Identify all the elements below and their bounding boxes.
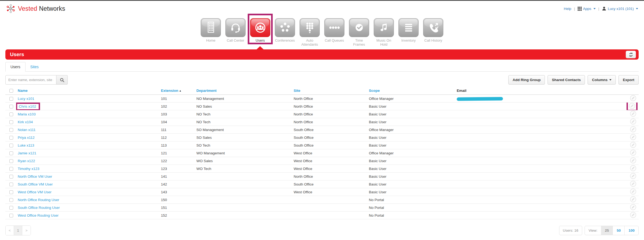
column-header-department[interactable]: Department: [195, 87, 292, 95]
extension-cell: 121: [159, 149, 195, 157]
redacted-email: [457, 97, 503, 101]
user-link[interactable]: Maria x103: [18, 112, 36, 116]
pager-next-button[interactable]: >: [22, 226, 31, 235]
pencil-icon: [630, 137, 636, 141]
edit-user-button[interactable]: [630, 212, 636, 218]
email-cell: [455, 196, 616, 204]
nav-call-history-button[interactable]: [423, 18, 443, 37]
edit-user-button[interactable]: [630, 196, 636, 202]
row-checkbox[interactable]: [9, 112, 13, 116]
edit-user-button[interactable]: [630, 150, 636, 156]
pencil-icon: [630, 199, 636, 203]
user-link[interactable]: North Office Routing User: [18, 198, 59, 202]
view-option-50[interactable]: 50: [613, 226, 624, 235]
row-checkbox[interactable]: [9, 167, 13, 171]
user-link[interactable]: Luke x113: [18, 143, 34, 147]
edit-user-button[interactable]: [630, 118, 636, 125]
user-link[interactable]: Jamie x121: [18, 151, 36, 155]
user-link[interactable]: South Office Routing User: [18, 206, 60, 210]
row-checkbox[interactable]: [9, 190, 13, 194]
music-on-hold-icon: [377, 21, 391, 35]
edit-user-button[interactable]: [630, 165, 636, 171]
column-header-name[interactable]: Name: [16, 87, 159, 95]
inventory-icon: [402, 21, 416, 35]
view-option-25[interactable]: 25: [601, 226, 613, 235]
row-checkbox[interactable]: [9, 214, 13, 217]
user-link[interactable]: Timothy x123: [18, 167, 39, 171]
nav-home-button[interactable]: [201, 18, 221, 37]
row-checkbox[interactable]: [9, 105, 13, 108]
tab-users[interactable]: Users: [5, 62, 26, 72]
nav-music-on-hold-button[interactable]: [374, 18, 394, 37]
edit-user-button[interactable]: [630, 95, 636, 101]
user-link[interactable]: Priya x112: [18, 136, 35, 140]
apps-menu[interactable]: Apps: [578, 7, 596, 11]
nav-time-frames-button[interactable]: [349, 18, 369, 37]
add-ring-group-button[interactable]: Add Ring Group: [508, 75, 545, 85]
nav-item-inventory: Inventory: [398, 18, 419, 43]
edit-user-button[interactable]: [630, 157, 636, 163]
scope-cell: Basic User: [367, 134, 455, 141]
user-link[interactable]: South Office VM User: [18, 182, 53, 186]
user-link[interactable]: Lucy x101: [18, 97, 34, 101]
edit-user-button[interactable]: [630, 134, 636, 140]
edit-user-button[interactable]: [630, 188, 636, 195]
search-button[interactable]: [56, 75, 68, 85]
nav-users-button[interactable]: [250, 18, 270, 37]
nav-auto-attendants-button[interactable]: [300, 18, 320, 37]
row-checkbox[interactable]: [9, 97, 13, 101]
site-cell: North Office: [292, 95, 367, 103]
row-checkbox[interactable]: [9, 136, 13, 140]
search-input[interactable]: [5, 75, 56, 85]
pager-prev-button[interactable]: <: [6, 226, 14, 235]
department-cell: [195, 188, 292, 196]
shared-contacts-button[interactable]: Shared Contacts: [548, 75, 585, 85]
refresh-button[interactable]: [626, 51, 636, 58]
row-checkbox[interactable]: [9, 120, 13, 124]
user-menu[interactable]: Lucy x101 (101): [602, 6, 638, 11]
edit-user-button[interactable]: [630, 204, 636, 210]
columns-button[interactable]: Columns: [588, 75, 616, 85]
email-cell: [455, 173, 616, 180]
row-checkbox[interactable]: [9, 144, 13, 147]
edit-user-button[interactable]: [630, 142, 636, 148]
nav-call-center-button[interactable]: [225, 18, 246, 37]
row-checkbox[interactable]: [9, 151, 13, 155]
user-link[interactable]: Kirk x104: [18, 120, 33, 124]
edit-user-button[interactable]: [630, 173, 636, 179]
nav-inventory-button[interactable]: [398, 18, 419, 37]
column-header-scope[interactable]: Scope: [367, 87, 455, 95]
row-checkbox[interactable]: [9, 159, 13, 163]
topbar: Vested Networks Help | Apps | Lucy x101 …: [0, 1, 644, 14]
tab-sites[interactable]: Sites: [26, 62, 44, 71]
edit-user-button[interactable]: [630, 126, 636, 132]
column-header-site[interactable]: Site: [292, 87, 367, 95]
select-all-checkbox[interactable]: [9, 89, 13, 93]
export-button[interactable]: Export: [618, 75, 639, 85]
site-cell: West Office: [292, 165, 367, 173]
user-link[interactable]: Chris x102: [19, 104, 36, 108]
edit-user-button[interactable]: [630, 111, 636, 117]
edit-user-button[interactable]: [630, 181, 636, 187]
view-option-100[interactable]: 100: [624, 226, 638, 235]
user-link[interactable]: North Office VM User: [18, 174, 52, 179]
row-checkbox[interactable]: [9, 128, 13, 132]
row-checkbox[interactable]: [9, 175, 13, 179]
email-cell: [455, 212, 616, 219]
pager-page-1[interactable]: 1: [14, 226, 22, 235]
chevron-down-icon: [636, 8, 638, 9]
row-checkbox[interactable]: [9, 206, 13, 210]
nav-conferences-button[interactable]: [275, 18, 295, 37]
row-checkbox[interactable]: [9, 183, 13, 186]
user-link[interactable]: West Office VM User: [18, 190, 52, 194]
edit-user-button[interactable]: [629, 103, 635, 109]
table-row: Ryan x122122WO SalesWest OfficeBasic Use…: [5, 157, 639, 165]
user-link[interactable]: West Office Routing User: [18, 213, 59, 217]
user-link[interactable]: Ryan x122: [18, 159, 35, 163]
nav-call-queues-button[interactable]: [324, 18, 344, 37]
help-link[interactable]: Help: [564, 7, 571, 11]
department-cell: [195, 204, 292, 212]
column-header-extension[interactable]: Extension▲: [159, 87, 195, 95]
user-link[interactable]: Nolan x111: [18, 128, 35, 132]
row-checkbox[interactable]: [9, 198, 13, 202]
